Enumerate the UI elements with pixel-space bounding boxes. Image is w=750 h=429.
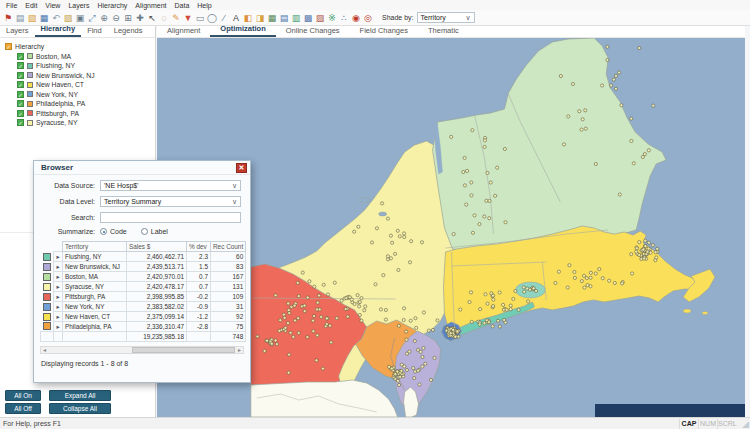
menu-file[interactable]: File	[2, 2, 21, 9]
account-dot[interactable]	[360, 297, 363, 300]
account-dot[interactable]	[320, 315, 323, 318]
account-dot[interactable]	[421, 365, 424, 368]
account-dot[interactable]	[459, 308, 462, 311]
account-dot[interactable]	[492, 294, 495, 297]
summarize-option-code[interactable]: Code	[100, 228, 127, 235]
account-dot[interactable]	[402, 318, 405, 321]
account-dot[interactable]	[594, 272, 597, 275]
account-dot[interactable]	[638, 46, 641, 49]
account-dot[interactable]	[293, 319, 296, 322]
account-dot[interactable]	[322, 283, 325, 286]
account-dot[interactable]	[386, 217, 389, 220]
account-dot[interactable]	[358, 300, 361, 303]
account-dot[interactable]	[573, 270, 576, 273]
account-dot[interactable]	[308, 280, 311, 283]
account-dot[interactable]	[580, 128, 583, 131]
scrollbar-thumb[interactable]	[132, 347, 235, 353]
account-dot[interactable]	[630, 139, 633, 142]
account-dot[interactable]	[484, 293, 487, 296]
account-dot[interactable]	[312, 314, 315, 317]
account-dot[interactable]	[485, 199, 488, 202]
account-dot[interactable]	[263, 349, 266, 352]
account-dot[interactable]	[287, 371, 290, 374]
search-input[interactable]	[100, 212, 241, 223]
open-folder-icon[interactable]: ▧	[26, 11, 38, 25]
account-dot[interactable]	[582, 274, 585, 277]
account-dot[interactable]	[360, 319, 363, 322]
account-dot[interactable]	[358, 313, 361, 316]
account-dot[interactable]	[275, 343, 278, 346]
account-dot[interactable]	[414, 317, 417, 320]
lasso-icon[interactable]: ◌	[158, 11, 170, 25]
account-dot[interactable]	[403, 235, 406, 238]
account-dot[interactable]	[297, 295, 300, 298]
account-dot[interactable]	[498, 325, 501, 328]
account-dot[interactable]	[394, 373, 397, 376]
print-icon[interactable]: ▣	[74, 11, 86, 25]
pencil-edit-icon[interactable]: ✎	[170, 11, 182, 25]
account-dot[interactable]	[436, 319, 439, 322]
account-dot[interactable]	[326, 293, 329, 296]
account-dot[interactable]	[505, 308, 508, 311]
account-dot[interactable]	[641, 155, 644, 158]
save-icon[interactable]: ▦	[38, 11, 50, 25]
account-dot[interactable]	[643, 153, 646, 156]
account-dot[interactable]	[581, 118, 584, 121]
account-dot[interactable]	[289, 331, 292, 334]
thematic-map-icon[interactable]: ▨	[314, 11, 326, 25]
account-dot[interactable]	[567, 115, 570, 118]
account-dot[interactable]	[312, 330, 315, 333]
account-dot[interactable]	[386, 255, 389, 258]
account-dot[interactable]	[287, 302, 290, 305]
account-dot[interactable]	[503, 147, 506, 150]
account-dot[interactable]	[422, 311, 425, 314]
account-dot[interactable]	[638, 253, 641, 256]
tree-item-flushing-ny[interactable]: ✓Flushing, NY	[17, 61, 155, 71]
account-dot[interactable]	[402, 232, 405, 235]
collapse-all-button[interactable]: Collapse All	[49, 403, 111, 414]
account-dot[interactable]	[463, 156, 466, 159]
checked-checkbox-icon[interactable]: ✓	[17, 53, 24, 60]
account-dot[interactable]	[311, 319, 314, 322]
text-tool-icon[interactable]: A	[230, 11, 242, 25]
account-dot[interactable]	[526, 287, 529, 290]
account-dot[interactable]	[282, 313, 285, 316]
account-dot[interactable]	[647, 241, 650, 244]
menu-edit[interactable]: Edit	[21, 2, 41, 9]
account-dot[interactable]	[470, 194, 473, 197]
account-dot[interactable]	[386, 258, 389, 261]
account-dot[interactable]	[583, 286, 586, 289]
account-dot[interactable]	[635, 247, 638, 250]
account-dot[interactable]	[656, 247, 659, 250]
account-dot[interactable]	[483, 215, 486, 218]
account-dot[interactable]	[489, 181, 492, 184]
account-dot[interactable]	[390, 367, 393, 370]
pin-marker-icon[interactable]: ▼	[182, 11, 194, 25]
account-dot[interactable]	[375, 227, 378, 230]
account-dot[interactable]	[278, 329, 281, 332]
account-dot[interactable]	[613, 281, 616, 284]
scroll-left-icon[interactable]: ◂	[41, 347, 48, 353]
account-dot[interactable]	[397, 383, 400, 386]
account-dot[interactable]	[408, 261, 411, 264]
account-dot[interactable]	[330, 341, 333, 344]
account-dot[interactable]	[486, 171, 489, 174]
checked-checkbox-icon[interactable]: ✓	[17, 100, 24, 107]
account-dot[interactable]	[479, 308, 482, 311]
tree-item-pittsburgh-pa[interactable]: ✓Pittsburgh, PA	[17, 109, 155, 119]
account-dot[interactable]	[471, 129, 474, 132]
account-dot[interactable]	[532, 287, 535, 290]
all-on-button[interactable]: All On	[5, 390, 41, 401]
account-dot[interactable]	[405, 368, 408, 371]
account-dot[interactable]	[465, 203, 468, 206]
account-dot[interactable]	[356, 294, 359, 297]
account-dot[interactable]	[416, 348, 419, 351]
account-dot[interactable]	[316, 301, 319, 304]
row-expand-icon[interactable]: ▸	[54, 272, 63, 282]
account-dot[interactable]	[523, 290, 526, 293]
account-dot[interactable]	[578, 110, 581, 113]
new-document-icon[interactable]: ▤	[14, 11, 26, 25]
account-dot[interactable]	[468, 301, 471, 304]
account-dot[interactable]	[478, 223, 481, 226]
zoom-window-icon[interactable]: ⊞	[122, 11, 134, 25]
